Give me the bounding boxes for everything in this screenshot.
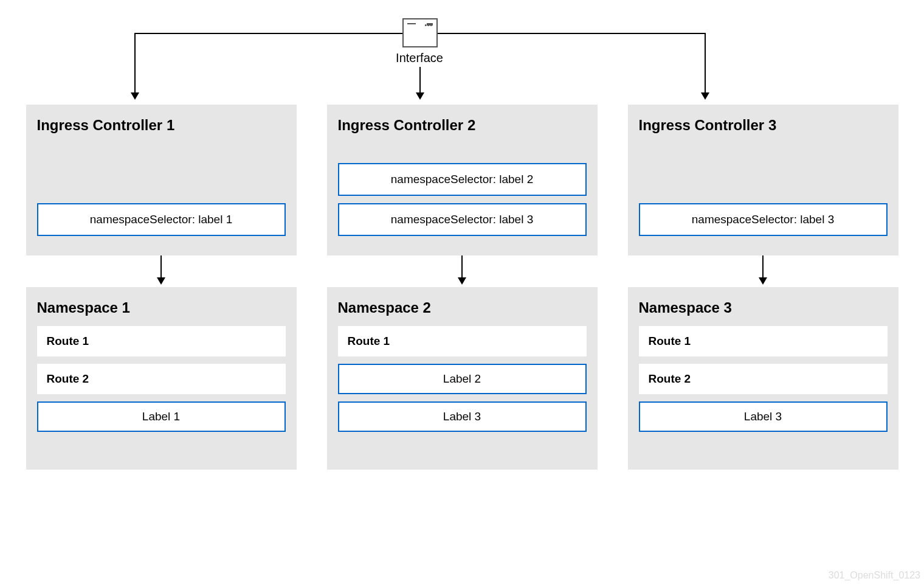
connector-line bbox=[762, 255, 764, 279]
ingress-controller-2: Ingress Controller 2 namespaceSelector: … bbox=[327, 105, 598, 255]
namespace-selector-box: namespaceSelector: label 3 bbox=[338, 203, 587, 236]
namespace-selector-box: namespaceSelector: label 1 bbox=[37, 203, 286, 236]
connector-line bbox=[438, 33, 705, 34]
label-box: Label 3 bbox=[338, 401, 587, 432]
arrowhead-icon bbox=[458, 277, 466, 285]
diagram-root: ••• Interface Ingress Controller 1 names… bbox=[0, 0, 924, 587]
interface-icon: ••• bbox=[402, 18, 438, 47]
namespace-2: Namespace 2 Route 1 Label 2 Label 3 bbox=[327, 287, 598, 470]
arrowhead-icon bbox=[157, 277, 165, 285]
label-box: Label 1 bbox=[37, 401, 286, 432]
watermark-text: 301_OpenShift_0123 bbox=[829, 570, 920, 581]
namespace-title: Namespace 2 bbox=[338, 299, 587, 316]
route-box: Route 2 bbox=[639, 364, 888, 394]
arrow-wrapper bbox=[26, 255, 297, 287]
arrow-wrapper bbox=[628, 255, 898, 287]
column-3: Ingress Controller 3 namespaceSelector: … bbox=[628, 105, 898, 470]
controller-title: Ingress Controller 3 bbox=[639, 117, 888, 134]
controller-title: Ingress Controller 2 bbox=[338, 117, 587, 134]
arrowhead-icon bbox=[759, 277, 767, 285]
interface-dots-icon: ••• bbox=[424, 22, 433, 29]
arrow-wrapper bbox=[327, 255, 598, 287]
route-box: Route 2 bbox=[37, 364, 286, 394]
namespace-selector-box: namespaceSelector: label 3 bbox=[639, 203, 888, 236]
label-box: Label 2 bbox=[338, 364, 587, 394]
namespace-selector-box: namespaceSelector: label 2 bbox=[338, 163, 587, 196]
route-box: Route 1 bbox=[639, 326, 888, 356]
label-box: Label 3 bbox=[639, 401, 888, 432]
arrowhead-icon bbox=[701, 92, 709, 100]
columns-wrapper: Ingress Controller 1 namespaceSelector: … bbox=[9, 105, 915, 470]
connector-line bbox=[461, 255, 463, 279]
column-1: Ingress Controller 1 namespaceSelector: … bbox=[26, 105, 297, 470]
connector-line bbox=[705, 33, 706, 94]
route-box: Route 1 bbox=[37, 326, 286, 356]
connector-line bbox=[160, 255, 162, 279]
column-2: Ingress Controller 2 namespaceSelector: … bbox=[327, 105, 598, 470]
ingress-controller-3: Ingress Controller 3 namespaceSelector: … bbox=[628, 105, 898, 255]
namespace-1: Namespace 1 Route 1 Route 2 Label 1 bbox=[26, 287, 297, 470]
namespace-title: Namespace 3 bbox=[639, 299, 888, 316]
namespace-title: Namespace 1 bbox=[37, 299, 286, 316]
connector-line bbox=[134, 33, 136, 94]
interface-label: Interface bbox=[389, 51, 450, 65]
connector-line bbox=[419, 67, 421, 94]
namespace-3: Namespace 3 Route 1 Route 2 Label 3 bbox=[628, 287, 898, 470]
arrowhead-icon bbox=[131, 92, 139, 100]
route-box: Route 1 bbox=[338, 326, 587, 356]
arrowhead-icon bbox=[416, 92, 424, 100]
ingress-controller-1: Ingress Controller 1 namespaceSelector: … bbox=[26, 105, 297, 255]
connector-line bbox=[135, 33, 402, 34]
controller-title: Ingress Controller 1 bbox=[37, 117, 286, 134]
